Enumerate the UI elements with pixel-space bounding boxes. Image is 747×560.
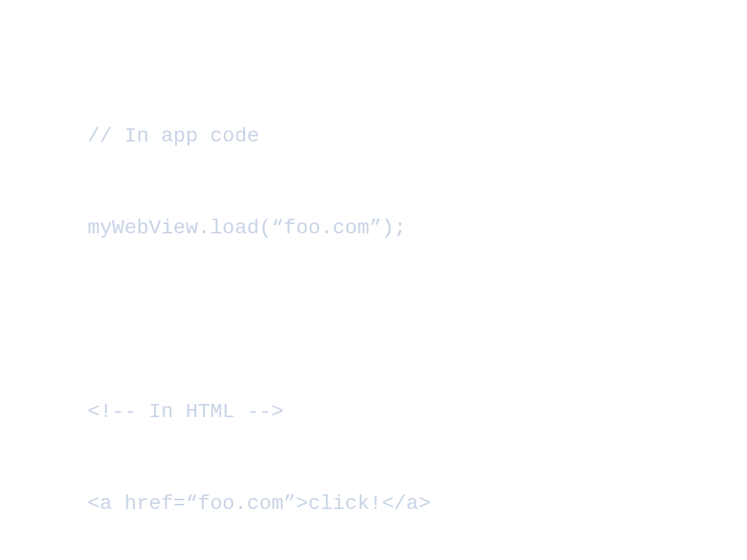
- code-line-3: [88, 305, 747, 335]
- code-line-2: myWebView.load(“foo.com”);: [88, 213, 747, 244]
- code-snippet: // In app code myWebView.load(“foo.com”)…: [88, 60, 747, 560]
- code-line-1: // In app code: [88, 121, 747, 152]
- code-line-4: <!-- In HTML -->: [88, 397, 747, 427]
- code-line-5: <a href=“foo.com”>click!</a>: [88, 489, 747, 519]
